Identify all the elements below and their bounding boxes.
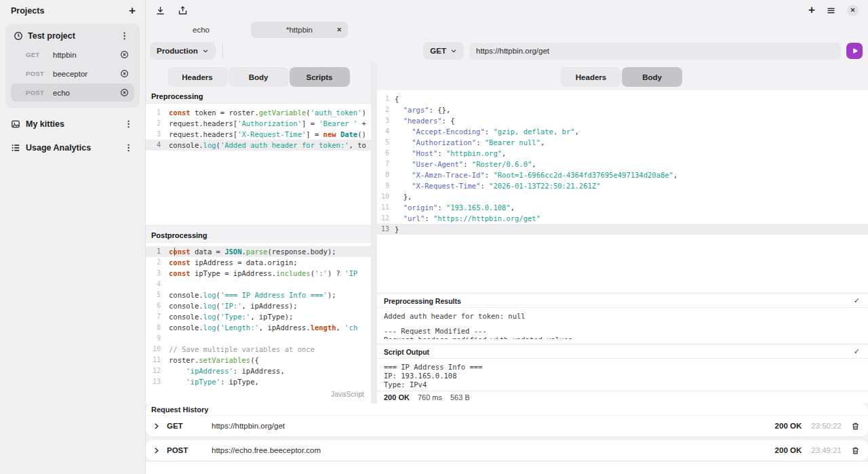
topbar: + ✕: [146, 0, 868, 20]
request-method-label: GET: [26, 51, 49, 58]
request-bar: Production GET: [146, 39, 868, 63]
add-project-button[interactable]: +: [129, 6, 136, 16]
play-icon: [851, 47, 859, 55]
sidebar-item-httpbin[interactable]: GET httpbin: [11, 45, 134, 64]
history-row-post[interactable]: POST https://echo.free.beeceptor.com 200…: [146, 440, 868, 460]
close-window-button[interactable]: ✕: [847, 5, 859, 16]
history-time: 23:50:22: [811, 422, 842, 430]
remove-request-icon[interactable]: [120, 88, 129, 97]
panel-divider[interactable]: [371, 63, 377, 403]
tab-label: Scripts: [307, 73, 333, 81]
tab-echo[interactable]: echo: [153, 22, 250, 38]
url-input[interactable]: [469, 43, 841, 60]
response-time: 760 ms: [418, 393, 442, 401]
history-time: 23:49:21: [811, 446, 842, 454]
output-line: Type: IPv4: [384, 380, 861, 389]
history-method: POST: [167, 446, 198, 454]
history-row-get[interactable]: GET https://httpbin.org/get 200 OK 23:50…: [146, 416, 868, 436]
section-title: Preprocessing Results: [384, 297, 461, 305]
history-method: GET: [167, 422, 198, 430]
tab-bar: echo *httpbin ✕: [146, 20, 868, 39]
chevron-right-icon[interactable]: [153, 422, 160, 430]
preprocessing-results-header[interactable]: Preprocessing Results ✓: [377, 294, 868, 308]
request-history-title: Request History: [146, 403, 868, 416]
tab-body[interactable]: Body: [229, 67, 289, 87]
delete-history-icon[interactable]: [851, 422, 860, 431]
section-title: Script Output: [384, 348, 429, 356]
preprocessing-editor[interactable]: 1const token = roster.getVariable('auth_…: [146, 103, 371, 226]
output-line: Added auth header for token: null: [384, 312, 861, 321]
response-body-viewer[interactable]: 1{2 "args": {},3 "headers": {4 "Accept-E…: [377, 90, 868, 292]
tab-response-body[interactable]: Body: [622, 67, 682, 87]
tab-headers[interactable]: Headers: [167, 67, 228, 87]
script-output-header[interactable]: Script Output ✓: [377, 345, 868, 359]
sidebar-item-my-kitties[interactable]: My kitties ⋮: [0, 112, 145, 136]
projects-title: Projects: [11, 6, 44, 16]
request-name-label: echo: [53, 89, 120, 97]
app-window: Projects + Test project ⋮ GET httpbin: [0, 0, 868, 474]
request-name-label: httpbin: [53, 51, 120, 59]
language-badge: JavaScript: [324, 389, 364, 399]
import-icon[interactable]: [155, 5, 165, 16]
tab-httpbin-active[interactable]: *httpbin ✕: [251, 22, 348, 38]
section-menu-button[interactable]: ⋮: [121, 142, 136, 153]
response-panel: Headers Body 1{2 "args": {},3 "headers":…: [377, 63, 868, 403]
request-panel-tabs: Headers Body Scripts: [167, 67, 350, 87]
check-icon: ✓: [854, 296, 860, 305]
check-icon: ✓: [854, 347, 860, 356]
history-url: https://echo.free.beeceptor.com: [212, 446, 775, 454]
preprocessing-label: Preprocessing: [146, 87, 371, 103]
history-footer: [146, 461, 868, 474]
history-status: 200 OK: [775, 446, 802, 454]
tab-scripts[interactable]: Scripts: [290, 67, 350, 87]
environment-label: Production: [157, 47, 198, 55]
export-icon[interactable]: [178, 5, 188, 16]
sidebar: Projects + Test project ⋮ GET httpbin: [0, 0, 146, 474]
main-area: + ✕ echo *httpbin ✕ Production: [146, 0, 868, 474]
new-tab-button[interactable]: +: [808, 5, 815, 15]
preprocessing-results-output[interactable]: Added auth header for token: null --- Re…: [377, 308, 868, 343]
output-line: --- Request Modified ---: [384, 327, 861, 336]
tab-label: echo: [193, 26, 210, 34]
request-method-label: POST: [26, 70, 49, 77]
project-name: Test project: [28, 31, 117, 41]
delete-history-icon[interactable]: [851, 446, 860, 455]
project-header[interactable]: Test project ⋮: [8, 26, 137, 45]
response-status-bar: 200 OK 760 ms 563 B: [377, 391, 868, 403]
output-line: === IP Address Info ===: [384, 363, 861, 372]
sidebar-item-usage-analytics[interactable]: Usage Analytics ⋮: [0, 136, 145, 159]
history-status: 200 OK: [775, 422, 802, 430]
environment-dropdown[interactable]: Production: [150, 42, 216, 60]
section-label: My kitties: [26, 119, 121, 129]
close-tab-icon[interactable]: ✕: [336, 26, 342, 33]
request-name-label: beeceptor: [53, 70, 120, 78]
output-line: [384, 321, 861, 327]
postprocessing-editor[interactable]: 1const data = JSON.parse(response.body);…: [146, 242, 371, 403]
remove-request-icon[interactable]: [120, 50, 129, 59]
project-card: Test project ⋮ GET httpbin POST beecepto…: [5, 24, 140, 108]
postprocessing-label: Postprocessing: [146, 226, 371, 242]
send-request-button[interactable]: [846, 43, 863, 59]
content-area: Headers Body Scripts Preprocessing 1cons…: [146, 63, 868, 403]
remove-request-icon[interactable]: [120, 69, 129, 78]
output-line: IP: 193.165.0.108: [384, 372, 861, 380]
response-panel-tabs: Headers Body: [561, 67, 682, 87]
method-dropdown[interactable]: GET: [423, 42, 464, 60]
section-menu-button[interactable]: ⋮: [121, 119, 136, 129]
tab-response-headers[interactable]: Headers: [561, 67, 621, 87]
chevron-right-icon[interactable]: [153, 447, 160, 454]
history-url: https://httpbin.org/get: [212, 422, 775, 430]
menu-icon[interactable]: [826, 5, 836, 16]
project-menu-button[interactable]: ⋮: [117, 31, 132, 41]
output-line-clipped: Request headers modified with updated va…: [384, 336, 861, 339]
section-label: Usage Analytics: [26, 143, 121, 153]
method-label: GET: [430, 47, 446, 55]
sidebar-item-beeceptor[interactable]: POST beeceptor: [11, 64, 134, 83]
status-code: 200 OK: [384, 393, 410, 401]
request-history: Request History GET https://httpbin.org/…: [146, 403, 868, 474]
sidebar-item-echo[interactable]: POST echo: [11, 83, 134, 102]
divider: [222, 43, 223, 58]
script-output-output[interactable]: === IP Address Info === IP: 193.165.0.10…: [377, 359, 868, 391]
preprocessing-results-section: Preprocessing Results ✓ Added auth heade…: [377, 294, 868, 343]
chevron-down-icon: [450, 47, 457, 54]
